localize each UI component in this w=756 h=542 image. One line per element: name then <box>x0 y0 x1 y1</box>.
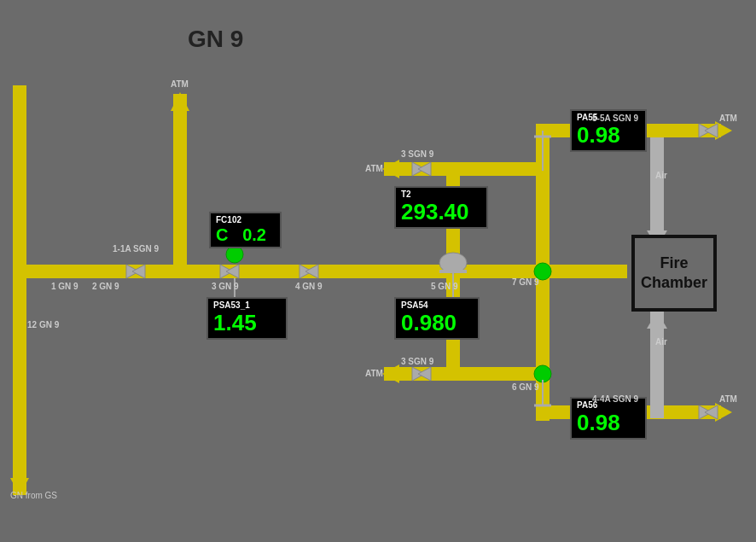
psa54-label: PSA54 <box>401 300 473 310</box>
horiz-pipe-lower-mid <box>384 367 546 381</box>
label-air-upper: Air <box>655 171 667 180</box>
label-3gn: 3 GN 9 <box>212 282 239 291</box>
label-atm-upper-mid: ATM <box>365 164 383 173</box>
vert-pipe-atm <box>173 94 187 273</box>
label-atm-lower-mid: ATM <box>365 369 383 378</box>
psa53-label: PSA53_1 <box>213 300 281 310</box>
fc102-label: FC102 <box>216 215 275 224</box>
label-atm-top: ATM <box>171 79 189 89</box>
t2-label: T2 <box>401 189 481 199</box>
label-3sgn-upper: 3 SGN 9 <box>401 149 433 159</box>
label-6gn: 6 GN 9 <box>512 382 539 392</box>
label-1gn: 1 GN 9 <box>51 282 79 291</box>
t2-value: 293.40 <box>401 199 481 225</box>
label-5-5a-sgn: 5-5A SGN 9 <box>592 114 638 123</box>
fc102-number: 0.2 <box>242 225 266 244</box>
horiz-pipe-upper-mid <box>384 162 546 176</box>
label-4-4a-sgn: 4-4A SGN 9 <box>592 394 638 404</box>
pa56-value: 0.98 <box>577 410 640 436</box>
fc102-prefix: C <box>216 225 228 244</box>
sensor-fc102 <box>226 246 243 263</box>
label-3sgn-lower: 3 SGN 9 <box>401 357 433 366</box>
label-7gn: 7 GN 9 <box>512 277 539 287</box>
fire-chamber-label: FireChamber <box>641 254 707 294</box>
pa55-value: 0.98 <box>577 122 640 149</box>
fc102-box: FC102 C 0.2 <box>209 212 282 248</box>
fc102-value: C 0.2 <box>216 224 275 245</box>
label-5gn: 5 GN 9 <box>431 282 458 291</box>
label-gn-from-gs: GN from GS <box>10 491 57 500</box>
air-arrow-bottom <box>647 312 667 329</box>
psa53-box: PSA53_1 1.45 <box>206 297 288 340</box>
label-air-lower: Air <box>655 337 667 347</box>
fire-chamber: FireChamber <box>631 235 717 312</box>
t2-box: T2 293.40 <box>394 186 488 229</box>
label-2gn: 2 GN 9 <box>92 282 119 291</box>
left-vert-pipe <box>13 85 26 495</box>
psa53-value: 1.45 <box>213 310 281 336</box>
label-12gn: 12 GN 9 <box>27 320 59 329</box>
diagram-container: GN 9 <box>0 0 756 542</box>
regulator-5gn-base <box>439 270 467 273</box>
label-1-1a-sgn: 1-1A SGN 9 <box>113 244 159 254</box>
label-atm-upper-right: ATM <box>719 114 737 123</box>
label-atm-lower-right: ATM <box>719 394 737 404</box>
psa54-value: 0.980 <box>401 310 473 336</box>
psa54-box: PSA54 0.980 <box>394 297 480 340</box>
label-4gn: 4 GN 9 <box>295 282 323 291</box>
